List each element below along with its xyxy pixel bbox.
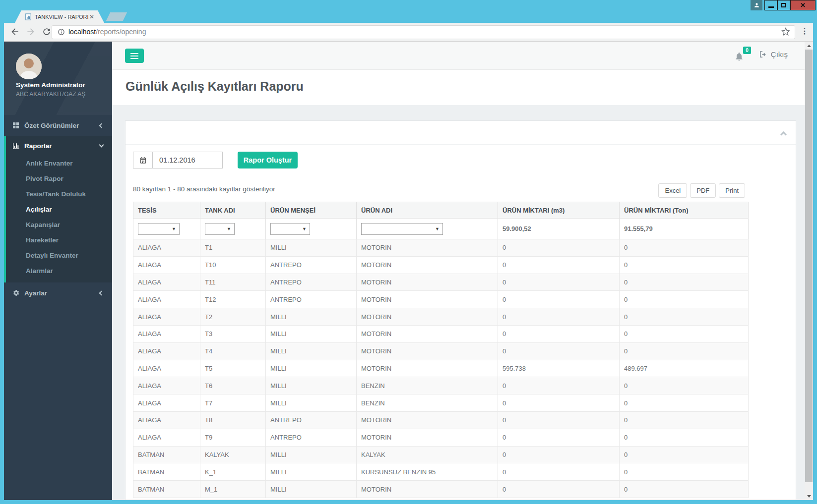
minimize-button[interactable] (764, 0, 777, 10)
table-cell: 0 (498, 291, 620, 308)
back-button[interactable] (10, 27, 20, 37)
records-info: 80 kayıttan 1 - 80 arasındaki kayıtlar g… (133, 185, 275, 193)
filter-select-urun-mensei[interactable]: ▼ (270, 223, 310, 235)
scroll-down-icon[interactable] (805, 492, 813, 500)
filter-select-tank-adi[interactable]: ▼ (205, 223, 235, 235)
table-row: ALIAGAT11ANTREPOMOTORIN00 (133, 274, 749, 291)
table-cell: 0 (498, 411, 620, 429)
sidebar-item-anl-k-envanter[interactable]: Anlık Envanter (6, 156, 112, 171)
table-cell: 0 (620, 256, 749, 274)
table-cell: ALIAGA (133, 239, 200, 257)
date-picker-group (133, 152, 223, 168)
calendar-icon (139, 157, 147, 164)
close-icon: ✕ (800, 1, 806, 9)
window-titlebar: ✕ (0, 0, 817, 11)
table-cell: ALIAGA (133, 325, 200, 342)
generate-report-button[interactable]: Rapor Oluştur (238, 152, 298, 168)
url-bar[interactable] (52, 25, 795, 39)
sidebar-toggle-button[interactable] (125, 49, 144, 63)
column-header-urun-mensei[interactable]: ÜRÜN MENŞEİ (266, 202, 357, 219)
table-cell: T2 (200, 308, 266, 326)
logout-button[interactable]: Çıkış (759, 50, 788, 58)
page-title: Günlük Açılış Kayıtları Raporu (126, 79, 304, 94)
table-cell: KALYAK (357, 446, 498, 463)
table-cell: ALIAGA (133, 256, 200, 274)
table-cell: ALIAGA (133, 411, 200, 429)
page-info-icon[interactable] (58, 28, 65, 36)
table-cell: 0 (620, 429, 749, 446)
sidebar-item-detayl-envanter[interactable]: Detaylı Envanter (6, 248, 112, 263)
panel-collapse-button[interactable] (781, 130, 786, 139)
avatar (16, 54, 42, 79)
sidebar-item-raporlar[interactable]: Raporlar (6, 136, 112, 156)
browser-menu-icon[interactable]: ⋮ (801, 26, 809, 36)
export-pdf-button[interactable]: PDF (690, 183, 716, 198)
column-header-urun-adi[interactable]: ÜRÜN ADI (357, 202, 498, 219)
sidebar-item-kapan-lar[interactable]: Kapanışlar (6, 217, 112, 232)
browser-profile-button[interactable] (751, 0, 762, 10)
filter-select-urun-adi[interactable]: ▼ (361, 223, 443, 235)
table-row: ALIAGAT8ANTREPOMOTORIN00 (133, 411, 749, 429)
calendar-icon-box (133, 152, 153, 168)
tab-title: TANKVIEW - RAPORLAR (35, 14, 88, 20)
tab-close-icon[interactable]: ✕ (89, 14, 94, 20)
forward-button[interactable] (26, 27, 36, 37)
table-cell: 0 (498, 429, 620, 446)
page-scrollbar[interactable] (805, 42, 813, 500)
reload-button[interactable] (42, 27, 52, 37)
table-cell: ANTREPO (266, 256, 357, 274)
report-date-input[interactable] (153, 152, 223, 168)
grid-icon (12, 121, 20, 129)
table-cell: MILLI (266, 446, 357, 463)
table-cell: 0 (620, 394, 749, 412)
column-header-urun-miktari-ton[interactable]: ÜRÜN MİKTARI (Ton) (620, 202, 749, 219)
table-cell: T4 (200, 342, 266, 360)
table-cell: T11 (200, 274, 266, 291)
sidebar-item-alarmlar[interactable]: Alarmlar (6, 263, 112, 279)
new-tab-button[interactable] (106, 12, 127, 21)
table-cell: MOTORIN (357, 256, 498, 274)
sidebar-item-tesis-tank-doluluk[interactable]: Tesis/Tank Doluluk (6, 186, 112, 202)
table-cell: MOTORIN (357, 291, 498, 308)
filter-select-tesis[interactable]: ▼ (138, 223, 180, 235)
scroll-up-icon[interactable] (805, 42, 813, 50)
table-cell: MILLI (266, 325, 357, 342)
chevron-left-icon (99, 123, 104, 128)
notifications-button[interactable]: 0 (734, 48, 749, 64)
close-button[interactable]: ✕ (790, 0, 816, 10)
table-cell: 489.697 (620, 360, 749, 377)
chevron-left-icon (99, 290, 104, 295)
table-cell: BENZIN (357, 394, 498, 412)
sidebar-item-ayarlar[interactable]: Ayarlar (4, 282, 112, 303)
table-cell: KURSUNSUZ BENZIN 95 (357, 463, 498, 481)
table-cell: MOTORIN (357, 274, 498, 291)
column-header-tank-adi[interactable]: TANK ADI (200, 202, 266, 219)
url-host: localhost (68, 28, 96, 36)
chevron-down-icon (99, 143, 104, 148)
table-row: BATMANKALYAKMILLIKALYAK00 (133, 446, 749, 463)
table-cell: T6 (200, 377, 266, 394)
table-cell: MILLI (266, 342, 357, 360)
table-cell: MILLI (266, 394, 357, 412)
table-cell: 0 (620, 411, 749, 429)
sidebar-item-hareketler[interactable]: Hareketler (6, 232, 112, 248)
bookmark-star-icon[interactable] (781, 27, 790, 36)
table-cell: MOTORIN (357, 325, 498, 342)
column-header-tesis[interactable]: TESİS (133, 202, 200, 219)
column-header-urun-miktari-m3[interactable]: ÜRÜN MİKTARI (m3) (498, 202, 620, 219)
export-excel-button[interactable]: Excel (658, 183, 687, 198)
table-row: ALIAGAT2MILLIMOTORIN00 (133, 308, 749, 326)
sidebar-item-a-l-lar[interactable]: Açılışlar (6, 202, 112, 217)
bell-icon (734, 51, 744, 62)
maximize-button[interactable] (777, 0, 790, 10)
export-print-button[interactable]: Print (719, 183, 745, 198)
app-viewport: System Administrator ABC AKARYAKIT/GAZ A… (4, 42, 813, 500)
sidebar-item-pivot-rapor[interactable]: Pivot Rapor (6, 171, 112, 186)
table-cell: MOTORIN (357, 411, 498, 429)
browser-tab[interactable]: TANKVIEW - RAPORLAR ✕ (15, 10, 104, 23)
table-cell: 0 (498, 239, 620, 257)
table-cell: MOTORIN (357, 239, 498, 257)
sidebar-item-ozet-gorunumler[interactable]: Özet Görünümler (4, 115, 112, 136)
url-text: localhost/reports/opening (68, 28, 146, 36)
scrollbar-thumb[interactable] (805, 50, 813, 482)
